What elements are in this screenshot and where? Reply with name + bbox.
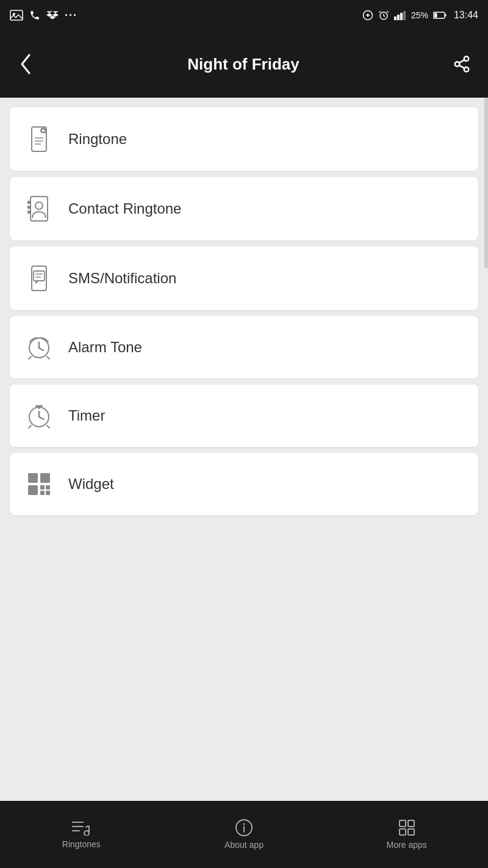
svg-rect-67 [408, 820, 414, 826]
svg-line-9 [379, 11, 380, 12]
timer-icon [24, 403, 54, 429]
svg-line-42 [47, 356, 49, 359]
svg-marker-3 [52, 12, 59, 17]
about-app-nav-label: About app [224, 840, 264, 850]
sms-notification-item[interactable]: SMS/Notification [10, 247, 478, 310]
image-icon [10, 10, 23, 21]
bottom-nav-ringtones[interactable]: Ringtones [0, 820, 163, 849]
dropbox-icon [46, 10, 59, 21]
status-bar: ··· [0, 0, 488, 31]
sms-notification-label: SMS/Notification [68, 270, 176, 287]
svg-rect-16 [445, 14, 446, 16]
svg-rect-66 [400, 820, 406, 826]
svg-rect-11 [394, 16, 396, 20]
battery-percent: 25% [411, 10, 428, 20]
svg-rect-35 [34, 271, 45, 281]
svg-point-65 [243, 823, 245, 825]
contact-icon [24, 195, 54, 222]
svg-rect-32 [27, 206, 30, 208]
timer-label: Timer [68, 407, 105, 424]
phone-icon [29, 10, 40, 21]
svg-line-21 [459, 65, 465, 68]
svg-rect-50 [28, 473, 38, 483]
alarm-icon [378, 10, 389, 21]
svg-rect-54 [46, 485, 50, 490]
contact-ringtone-item[interactable]: Contact Ringtone [10, 177, 478, 241]
signal-icon [394, 10, 406, 20]
svg-line-49 [47, 425, 49, 428]
contact-ringtone-label: Contact Ringtone [68, 200, 181, 217]
svg-rect-12 [397, 15, 400, 20]
alarm-tone-item[interactable]: Alarm Tone [10, 316, 478, 378]
svg-line-45 [39, 417, 44, 419]
grid-icon [398, 819, 415, 836]
status-time: 13:44 [454, 10, 478, 21]
svg-line-48 [29, 425, 31, 428]
svg-point-30 [35, 202, 43, 209]
widget-label: Widget [68, 476, 114, 493]
svg-rect-17 [434, 13, 437, 18]
back-button[interactable] [12, 48, 39, 80]
svg-line-40 [39, 348, 43, 350]
svg-rect-0 [10, 10, 23, 20]
svg-point-60 [84, 831, 89, 836]
svg-line-22 [459, 60, 465, 63]
sms-icon [24, 265, 54, 292]
timer-item[interactable]: Timer [10, 385, 478, 447]
playlist-icon [72, 820, 90, 836]
svg-line-41 [29, 356, 31, 359]
svg-rect-55 [40, 491, 45, 495]
bottom-nav-more-apps[interactable]: More apps [325, 819, 488, 850]
alarm-clock-icon [24, 335, 54, 360]
scroll-indicator [484, 98, 488, 269]
svg-rect-68 [400, 829, 406, 835]
svg-line-10 [387, 11, 388, 12]
share-button[interactable] [448, 50, 476, 78]
svg-rect-14 [403, 11, 406, 20]
more-icon: ··· [65, 9, 77, 22]
battery-icon [433, 12, 447, 19]
main-content: Ringtone Contact Ringtone [0, 98, 488, 801]
svg-rect-31 [27, 201, 30, 203]
svg-rect-69 [408, 829, 414, 835]
ringtone-label: Ringtone [68, 131, 127, 148]
widget-item[interactable]: Widget [10, 453, 478, 515]
more-apps-nav-label: More apps [387, 840, 427, 850]
bottom-nav: Ringtones About app More apps [0, 801, 488, 868]
bottom-nav-about[interactable]: About app [163, 819, 326, 850]
svg-rect-13 [400, 13, 403, 20]
ringtone-item[interactable]: Ringtone [10, 107, 478, 171]
svg-rect-33 [27, 211, 30, 213]
svg-marker-2 [46, 12, 52, 17]
phone-bell-icon [24, 126, 54, 153]
status-bar-right: 25% 13:44 [362, 10, 478, 21]
alarm-tone-label: Alarm Tone [68, 339, 142, 356]
svg-rect-52 [28, 485, 38, 495]
info-icon [235, 819, 253, 836]
widget-icon [24, 471, 54, 497]
svg-rect-51 [40, 473, 50, 483]
add-circle-icon [362, 10, 373, 21]
top-bar: Night of Friday [0, 31, 488, 98]
svg-rect-56 [46, 491, 50, 495]
page-title: Night of Friday [39, 55, 448, 74]
svg-rect-53 [40, 485, 45, 490]
svg-point-47 [38, 407, 40, 409]
status-bar-left: ··· [10, 9, 77, 22]
ringtones-nav-label: Ringtones [62, 839, 101, 849]
